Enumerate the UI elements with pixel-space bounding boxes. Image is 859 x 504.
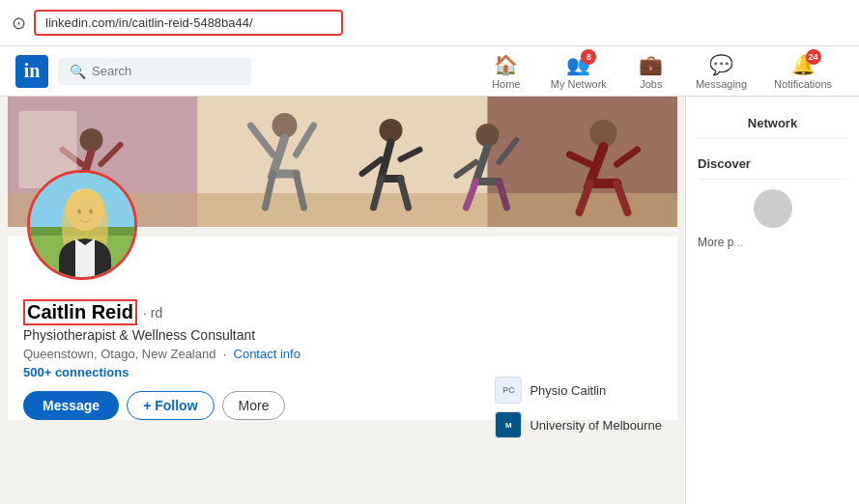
org-item-physio: PC Physio Caitlin <box>495 377 662 404</box>
profile-location: Queenstown, Otago, New Zealand <box>23 347 215 361</box>
search-icon: 🔍 <box>70 64 86 79</box>
message-button[interactable]: Message <box>23 391 119 420</box>
nav-label-notifications: Notifications <box>774 78 832 90</box>
sidebar-more-people: More p... <box>698 236 847 249</box>
url-bar: ⊙ linkedin.com/in/caitlin-reid-5488ba44/ <box>0 0 859 46</box>
notifications-icon: 🔔 24 <box>791 53 816 76</box>
jobs-icon: 💼 <box>639 53 663 76</box>
university-melbourne-name: University of Melbourne <box>530 418 662 433</box>
org-item-melbourne: M University of Melbourne <box>495 411 662 438</box>
right-sidebar: Network Discover More p... <box>685 97 859 504</box>
contact-info-link[interactable]: Contact info <box>234 347 301 361</box>
nav-item-messaging[interactable]: 💬 Messaging <box>684 53 759 90</box>
my-network-badge: 8 <box>581 49 596 65</box>
nav-label-messaging: Messaging <box>696 78 747 90</box>
browser-icon: ⊙ <box>12 13 26 34</box>
search-input[interactable] <box>92 64 237 78</box>
physio-caitlin-name: Physio Caitlin <box>530 383 606 398</box>
nav-label-my-network: My Network <box>551 78 607 90</box>
main-content: Caitlin Reid · rd Physiotherapist & Well… <box>0 97 859 504</box>
cover-and-avatar <box>8 97 677 227</box>
profile-name-row: Caitlin Reid · rd <box>23 299 662 325</box>
my-network-icon: 👥 8 <box>566 53 590 76</box>
profile-section: Caitlin Reid · rd Physiotherapist & Well… <box>0 97 685 504</box>
nav-label-home: Home <box>492 78 520 90</box>
nav-right: 🏠 Home 👥 8 My Network 💼 Jobs 💬 Messaging… <box>477 53 844 90</box>
sidebar-avatar-area <box>698 189 847 228</box>
url-input[interactable]: linkedin.com/in/caitlin-reid-5488ba44/ <box>34 10 343 36</box>
messaging-icon: 💬 <box>709 53 733 76</box>
linkedin-logo: in <box>15 55 48 88</box>
nav-left: in 🔍 <box>15 55 251 88</box>
nav-label-jobs: Jobs <box>640 78 662 90</box>
nav-item-notifications[interactable]: 🔔 24 Notifications <box>762 53 844 90</box>
avatar <box>27 170 137 280</box>
network-label: Network <box>748 116 797 130</box>
nav-item-my-network[interactable]: 👥 8 My Network <box>539 53 618 90</box>
profile-avatar-container <box>27 170 137 280</box>
nav-bar: in 🔍 🏠 Home 👥 8 My Network 💼 Jobs 💬 <box>0 46 859 97</box>
physio-caitlin-logo: PC <box>495 377 522 404</box>
nav-item-jobs[interactable]: 💼 Jobs <box>622 53 680 90</box>
nav-item-home[interactable]: 🏠 Home <box>477 53 535 90</box>
profile-right-info: PC Physio Caitlin M University of Melbou… <box>495 377 662 438</box>
discover-label: Discover <box>698 156 751 171</box>
profile-outer: Caitlin Reid · rd Physiotherapist & Well… <box>0 97 685 420</box>
sidebar-avatar <box>754 189 792 228</box>
follow-button[interactable]: + Follow <box>127 391 214 420</box>
notifications-badge: 24 <box>806 49 821 65</box>
profile-location-row: Queenstown, Otago, New Zealand · Contact… <box>23 347 662 361</box>
more-button[interactable]: More <box>222 391 286 420</box>
search-box[interactable]: 🔍 <box>58 58 251 85</box>
home-icon: 🏠 <box>494 53 518 76</box>
profile-name: Caitlin Reid <box>23 299 137 325</box>
profile-title: Physiotherapist & Wellness Consultant <box>23 327 662 343</box>
university-melbourne-logo: M <box>495 411 522 438</box>
profile-degree: · rd <box>143 305 162 321</box>
